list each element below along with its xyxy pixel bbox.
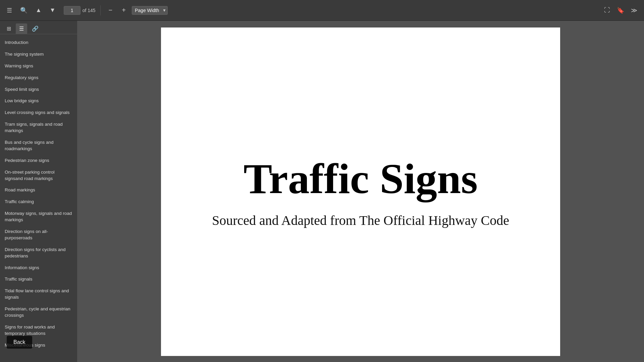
zoom-in-icon: + bbox=[122, 6, 126, 14]
main-area: ⊞ ☰ 🔗 Introduction The signing system Wa… bbox=[0, 21, 644, 362]
sidebar-item-warning-signs[interactable]: Warning signs bbox=[0, 60, 77, 72]
sidebar-item-traffic-signals[interactable]: Traffic signals bbox=[0, 274, 77, 285]
sidebar-item-information-signs[interactable]: Information signs bbox=[0, 262, 77, 274]
prev-page-icon: ▲ bbox=[36, 7, 42, 14]
pdf-area: Traffic Signs Sourced and Adapted from T… bbox=[77, 21, 644, 362]
sidebar-item-introduction[interactable]: Introduction bbox=[0, 37, 77, 49]
page-number-input[interactable] bbox=[64, 6, 80, 15]
grid-icon: ⊞ bbox=[7, 26, 11, 32]
page-input-wrapper: of 145 bbox=[64, 6, 96, 15]
prev-page-button[interactable]: ▲ bbox=[33, 5, 44, 16]
search-button[interactable]: 🔍 bbox=[17, 5, 30, 16]
sidebar-item-parking-control[interactable]: On-street parking control signsand road … bbox=[0, 167, 77, 185]
toolbar: ☰ 🔍 ▲ ▼ of 145 − + Page Width 50% 75% 10… bbox=[0, 0, 644, 21]
sidebar-item-regulatory-signs[interactable]: Regulatory signs bbox=[0, 72, 77, 84]
tab-thumbnails[interactable]: ⊞ bbox=[3, 23, 14, 34]
pdf-subtitle: Sourced and Adapted from The Official Hi… bbox=[212, 213, 509, 228]
fullscreen-icon: ⛶ bbox=[604, 7, 610, 14]
sidebar-item-signing-system[interactable]: The signing system bbox=[0, 49, 77, 60]
sidebar-item-direction-signs-all[interactable]: Direction signs on all-purposeroads bbox=[0, 226, 77, 244]
search-icon: 🔍 bbox=[20, 7, 28, 14]
sidebar-item-speed-limit-signs[interactable]: Speed limit signs bbox=[0, 84, 77, 96]
sidebar-tabs: ⊞ ☰ 🔗 bbox=[0, 21, 77, 34]
back-button[interactable]: Back bbox=[7, 336, 32, 349]
sidebar-item-road-markings[interactable]: Road markings bbox=[0, 184, 77, 196]
sidebar-item-tidal-flow[interactable]: Tidal flow lane control signs and signal… bbox=[0, 285, 77, 303]
toolbar-separator bbox=[100, 5, 101, 15]
sidebar-item-motorway-signs[interactable]: Motorway signs, signals and road marking… bbox=[0, 208, 77, 226]
zoom-out-icon: − bbox=[109, 6, 113, 14]
bookmark-icon: 🔖 bbox=[617, 7, 624, 14]
sidebar-item-level-crossing[interactable]: Level crossing signs and signals bbox=[0, 107, 77, 119]
pdf-page: Traffic Signs Sourced and Adapted from T… bbox=[161, 27, 560, 356]
attachment-icon: 🔗 bbox=[32, 26, 39, 32]
sidebar-item-direction-signs-cyclists[interactable]: Direction signs for cyclists and pedestr… bbox=[0, 244, 77, 262]
next-page-button[interactable]: ▼ bbox=[47, 5, 58, 16]
sidebar: ⊞ ☰ 🔗 Introduction The signing system Wa… bbox=[0, 21, 77, 362]
sidebar-item-pedestrian-crossings[interactable]: Pedestrian, cycle and equestrian crossin… bbox=[0, 303, 77, 321]
toolbar-right: ⛶ 🔖 ≫ bbox=[601, 5, 640, 16]
sidebar-toggle-icon: ☰ bbox=[7, 7, 12, 14]
sidebar-item-low-bridge-signs[interactable]: Low bridge signs bbox=[0, 95, 77, 107]
list-icon: ☰ bbox=[19, 26, 24, 32]
sidebar-item-traffic-calming[interactable]: Traffic calming bbox=[0, 196, 77, 208]
next-page-icon: ▼ bbox=[50, 7, 56, 14]
tab-outline[interactable]: ☰ bbox=[16, 23, 27, 34]
fullscreen-button[interactable]: ⛶ bbox=[601, 5, 613, 16]
zoom-select[interactable]: Page Width 50% 75% 100% 125% 150% bbox=[132, 6, 168, 15]
sidebar-nav: Introduction The signing system Warning … bbox=[0, 34, 77, 354]
page-total: of 145 bbox=[83, 8, 96, 13]
menu-button[interactable]: ≫ bbox=[628, 5, 640, 16]
tab-attachments[interactable]: 🔗 bbox=[29, 23, 42, 34]
bookmark-button[interactable]: 🔖 bbox=[614, 5, 627, 16]
sidebar-item-bus-cycle-signs[interactable]: Bus and cycle signs and roadmarkings bbox=[0, 137, 77, 155]
pdf-title: Traffic Signs bbox=[244, 155, 478, 202]
zoom-in-button[interactable]: + bbox=[118, 5, 129, 15]
sidebar-toggle-button[interactable]: ☰ bbox=[4, 5, 15, 16]
sidebar-item-tram-signs[interactable]: Tram signs, signals and road markings bbox=[0, 119, 77, 137]
menu-icon: ≫ bbox=[631, 7, 637, 14]
zoom-select-wrapper: Page Width 50% 75% 100% 125% 150% ▼ bbox=[132, 6, 166, 15]
zoom-out-button[interactable]: − bbox=[105, 5, 116, 15]
sidebar-item-pedestrian-zone[interactable]: Pedestrian zone signs bbox=[0, 155, 77, 167]
